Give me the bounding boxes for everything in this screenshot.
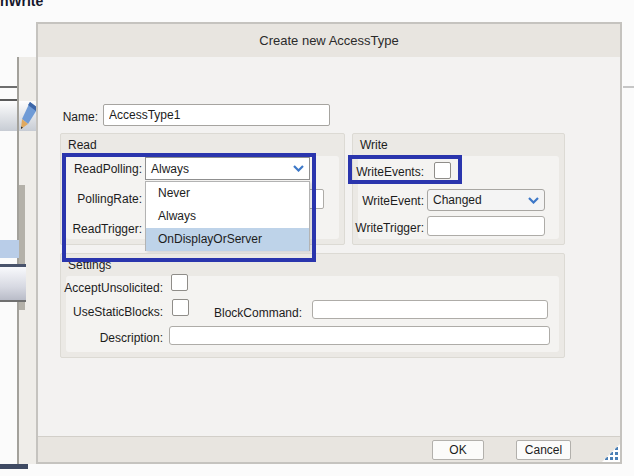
background-selection-band bbox=[0, 240, 19, 258]
usestaticblocks-label: UseStaticBlocks: bbox=[60, 305, 163, 319]
dialog-title: Create new AccessType bbox=[38, 33, 620, 48]
writetrigger-input[interactable] bbox=[427, 216, 545, 236]
acceptunsolicited-checkbox[interactable] bbox=[171, 274, 188, 291]
chevron-down-icon[interactable] bbox=[522, 190, 544, 210]
writeevent-combobox[interactable]: Changed bbox=[427, 189, 545, 211]
background-bottom-line bbox=[0, 464, 28, 469]
blockcommand-input[interactable] bbox=[312, 300, 548, 319]
writetrigger-label: WriteTrigger: bbox=[340, 221, 424, 235]
ok-button[interactable]: OK bbox=[432, 440, 484, 460]
background-gradient-band bbox=[0, 267, 26, 300]
writeevent-selected-value: Changed bbox=[428, 190, 522, 210]
background-dark-line bbox=[0, 300, 26, 302]
background-right-line bbox=[623, 86, 634, 88]
name-label: Name: bbox=[40, 110, 98, 124]
background-window-title-fragment: nWrite bbox=[0, 0, 43, 9]
annotation-readpolling-highlight bbox=[62, 153, 316, 262]
cancel-button[interactable]: Cancel bbox=[516, 440, 571, 460]
description-label: Description: bbox=[60, 331, 163, 345]
name-input[interactable] bbox=[103, 104, 330, 126]
description-input[interactable] bbox=[169, 326, 550, 345]
read-group-title: Read bbox=[68, 138, 97, 152]
acceptunsolicited-label: AcceptUnsolicited: bbox=[60, 281, 163, 295]
usestaticblocks-checkbox[interactable] bbox=[172, 299, 189, 316]
annotation-writeevents-highlight bbox=[348, 155, 462, 184]
blockcommand-label: BlockCommand: bbox=[200, 306, 302, 320]
write-group-title: Write bbox=[360, 138, 388, 152]
writeevent-label: WriteEvent: bbox=[340, 194, 424, 208]
screen: nWrite Create new AccessType Name: Read … bbox=[0, 0, 634, 476]
